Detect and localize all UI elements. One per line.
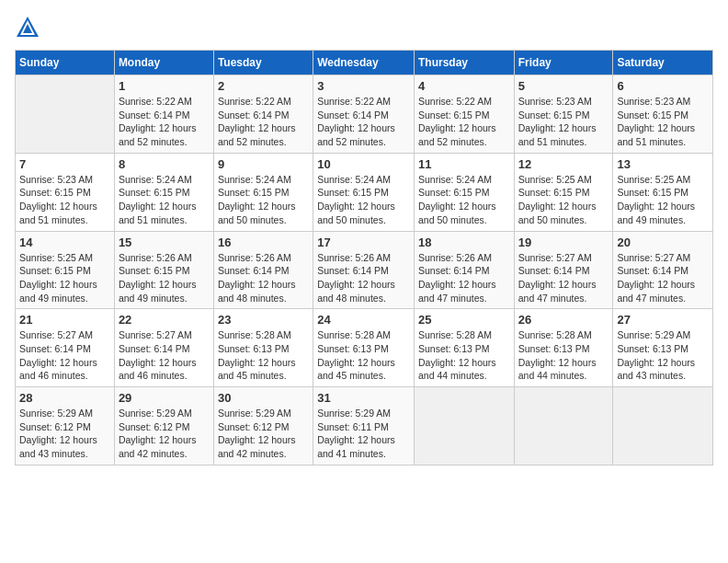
day-info: Sunrise: 5:27 AM Sunset: 6:14 PM Dayligh… (617, 251, 709, 305)
day-number: 2 (218, 79, 309, 93)
day-info: Sunrise: 5:28 AM Sunset: 6:13 PM Dayligh… (218, 328, 309, 383)
calendar-cell: 13Sunrise: 5:25 AM Sunset: 6:15 PM Dayli… (613, 153, 713, 231)
day-number: 20 (617, 236, 709, 249)
logo-icon (15, 15, 40, 40)
day-info: Sunrise: 5:29 AM Sunset: 6:11 PM Dayligh… (317, 407, 410, 461)
calendar-cell: 30Sunrise: 5:29 AM Sunset: 6:12 PM Dayli… (213, 387, 313, 465)
week-row-5: 28Sunrise: 5:29 AM Sunset: 6:12 PM Dayli… (16, 387, 713, 465)
day-number: 3 (317, 79, 410, 93)
day-info: Sunrise: 5:27 AM Sunset: 6:14 PM Dayligh… (119, 328, 210, 383)
day-number: 7 (19, 157, 110, 171)
calendar-cell (414, 387, 514, 465)
day-number: 28 (19, 391, 110, 405)
calendar-cell: 15Sunrise: 5:26 AM Sunset: 6:15 PM Dayli… (114, 231, 213, 309)
day-number: 13 (617, 157, 709, 171)
day-info: Sunrise: 5:22 AM Sunset: 6:14 PM Dayligh… (317, 95, 410, 149)
calendar-cell: 7Sunrise: 5:23 AM Sunset: 6:15 PM Daylig… (16, 153, 115, 231)
week-row-4: 21Sunrise: 5:27 AM Sunset: 6:14 PM Dayli… (16, 309, 713, 387)
day-info: Sunrise: 5:26 AM Sunset: 6:14 PM Dayligh… (218, 251, 309, 305)
calendar-cell: 26Sunrise: 5:28 AM Sunset: 6:13 PM Dayli… (514, 309, 613, 387)
day-info: Sunrise: 5:26 AM Sunset: 6:15 PM Dayligh… (119, 251, 210, 305)
calendar-cell: 22Sunrise: 5:27 AM Sunset: 6:14 PM Dayli… (114, 309, 213, 387)
week-row-1: 1Sunrise: 5:22 AM Sunset: 6:14 PM Daylig… (16, 75, 713, 154)
calendar-cell: 2Sunrise: 5:22 AM Sunset: 6:14 PM Daylig… (213, 75, 313, 154)
day-number: 11 (418, 157, 510, 171)
day-info: Sunrise: 5:26 AM Sunset: 6:14 PM Dayligh… (317, 251, 410, 305)
day-info: Sunrise: 5:22 AM Sunset: 6:14 PM Dayligh… (218, 95, 309, 149)
column-header-friday: Friday (514, 51, 613, 75)
calendar-cell: 25Sunrise: 5:28 AM Sunset: 6:13 PM Dayli… (414, 309, 514, 387)
day-info: Sunrise: 5:24 AM Sunset: 6:15 PM Dayligh… (119, 173, 210, 227)
day-number: 30 (218, 391, 309, 405)
day-number: 26 (518, 313, 609, 327)
day-number: 9 (218, 157, 309, 171)
day-info: Sunrise: 5:29 AM Sunset: 6:13 PM Dayligh… (617, 328, 709, 383)
calendar-cell: 29Sunrise: 5:29 AM Sunset: 6:12 PM Dayli… (114, 387, 213, 465)
calendar-cell (613, 387, 713, 465)
calendar-cell: 18Sunrise: 5:26 AM Sunset: 6:14 PM Dayli… (414, 231, 514, 309)
calendar-cell: 21Sunrise: 5:27 AM Sunset: 6:14 PM Dayli… (16, 309, 115, 387)
day-number: 8 (119, 157, 210, 171)
day-info: Sunrise: 5:29 AM Sunset: 6:12 PM Dayligh… (218, 407, 309, 461)
calendar-cell: 1Sunrise: 5:22 AM Sunset: 6:14 PM Daylig… (114, 75, 213, 154)
calendar-cell: 3Sunrise: 5:22 AM Sunset: 6:14 PM Daylig… (313, 75, 415, 154)
day-number: 29 (119, 391, 210, 405)
day-info: Sunrise: 5:29 AM Sunset: 6:12 PM Dayligh… (119, 407, 210, 461)
day-number: 6 (617, 79, 709, 93)
day-number: 31 (317, 391, 410, 405)
day-number: 19 (518, 236, 609, 249)
week-row-3: 14Sunrise: 5:25 AM Sunset: 6:15 PM Dayli… (16, 231, 713, 309)
calendar-cell: 28Sunrise: 5:29 AM Sunset: 6:12 PM Dayli… (16, 387, 115, 465)
day-number: 15 (119, 236, 210, 249)
day-number: 10 (317, 157, 410, 171)
logo (15, 15, 44, 40)
week-row-2: 7Sunrise: 5:23 AM Sunset: 6:15 PM Daylig… (16, 153, 713, 231)
calendar-table: SundayMondayTuesdayWednesdayThursdayFrid… (15, 50, 713, 465)
day-info: Sunrise: 5:25 AM Sunset: 6:15 PM Dayligh… (19, 251, 110, 305)
calendar-cell: 9Sunrise: 5:24 AM Sunset: 6:15 PM Daylig… (213, 153, 313, 231)
calendar-cell: 23Sunrise: 5:28 AM Sunset: 6:13 PM Dayli… (213, 309, 313, 387)
day-number: 4 (418, 79, 510, 93)
day-info: Sunrise: 5:22 AM Sunset: 6:14 PM Dayligh… (119, 95, 210, 149)
column-header-sunday: Sunday (16, 51, 115, 75)
day-number: 24 (317, 313, 410, 327)
calendar-cell: 16Sunrise: 5:26 AM Sunset: 6:14 PM Dayli… (213, 231, 313, 309)
calendar-cell: 5Sunrise: 5:23 AM Sunset: 6:15 PM Daylig… (514, 75, 613, 154)
day-number: 1 (119, 79, 210, 93)
day-info: Sunrise: 5:22 AM Sunset: 6:15 PM Dayligh… (418, 95, 510, 149)
header-row: SundayMondayTuesdayWednesdayThursdayFrid… (16, 51, 713, 75)
calendar-cell: 20Sunrise: 5:27 AM Sunset: 6:14 PM Dayli… (613, 231, 713, 309)
day-number: 5 (518, 79, 609, 93)
calendar-cell: 6Sunrise: 5:23 AM Sunset: 6:15 PM Daylig… (613, 75, 713, 154)
day-number: 18 (418, 236, 510, 249)
day-number: 27 (617, 313, 709, 327)
day-info: Sunrise: 5:24 AM Sunset: 6:15 PM Dayligh… (317, 173, 410, 227)
day-number: 21 (19, 313, 110, 327)
day-number: 25 (418, 313, 510, 327)
calendar-cell (16, 75, 115, 154)
day-info: Sunrise: 5:28 AM Sunset: 6:13 PM Dayligh… (317, 328, 410, 383)
day-info: Sunrise: 5:29 AM Sunset: 6:12 PM Dayligh… (19, 407, 110, 461)
day-info: Sunrise: 5:23 AM Sunset: 6:15 PM Dayligh… (518, 95, 609, 149)
page-header (15, 15, 713, 40)
calendar-cell: 4Sunrise: 5:22 AM Sunset: 6:15 PM Daylig… (414, 75, 514, 154)
day-info: Sunrise: 5:28 AM Sunset: 6:13 PM Dayligh… (518, 328, 609, 383)
day-number: 16 (218, 236, 309, 249)
column-header-wednesday: Wednesday (313, 51, 415, 75)
day-info: Sunrise: 5:27 AM Sunset: 6:14 PM Dayligh… (19, 328, 110, 383)
calendar-cell: 14Sunrise: 5:25 AM Sunset: 6:15 PM Dayli… (16, 231, 115, 309)
day-info: Sunrise: 5:24 AM Sunset: 6:15 PM Dayligh… (218, 173, 309, 227)
day-info: Sunrise: 5:28 AM Sunset: 6:13 PM Dayligh… (418, 328, 510, 383)
day-number: 23 (218, 313, 309, 327)
column-header-thursday: Thursday (414, 51, 514, 75)
calendar-cell: 10Sunrise: 5:24 AM Sunset: 6:15 PM Dayli… (313, 153, 415, 231)
calendar-cell: 8Sunrise: 5:24 AM Sunset: 6:15 PM Daylig… (114, 153, 213, 231)
column-header-tuesday: Tuesday (213, 51, 313, 75)
day-number: 22 (119, 313, 210, 327)
calendar-cell: 12Sunrise: 5:25 AM Sunset: 6:15 PM Dayli… (514, 153, 613, 231)
day-info: Sunrise: 5:25 AM Sunset: 6:15 PM Dayligh… (617, 173, 709, 227)
calendar-cell (514, 387, 613, 465)
day-info: Sunrise: 5:23 AM Sunset: 6:15 PM Dayligh… (617, 95, 709, 149)
day-info: Sunrise: 5:24 AM Sunset: 6:15 PM Dayligh… (418, 173, 510, 227)
day-info: Sunrise: 5:25 AM Sunset: 6:15 PM Dayligh… (518, 173, 609, 227)
